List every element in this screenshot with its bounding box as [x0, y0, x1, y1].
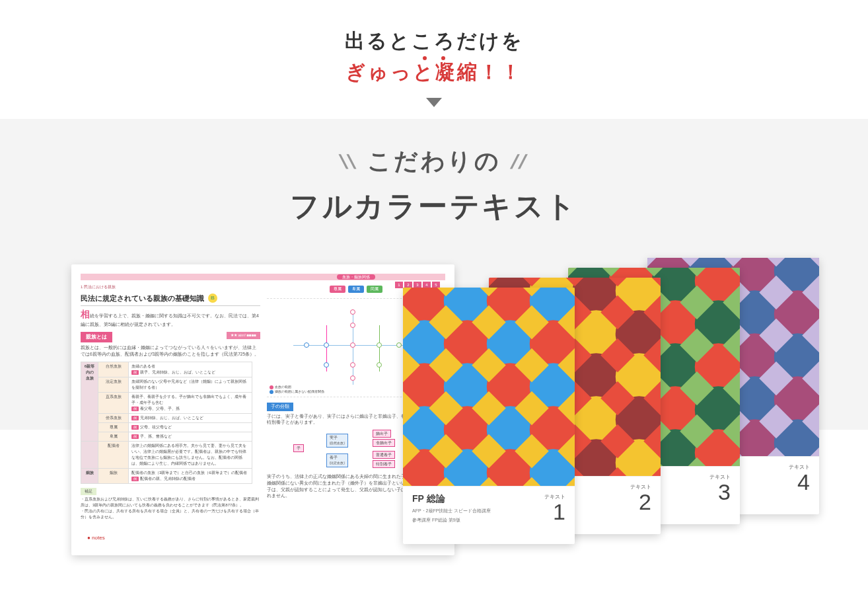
- slash-left-icon: \\: [337, 151, 360, 173]
- mini-section-label: 子の分類: [267, 403, 293, 411]
- book-cover-1: FP 総論 AFP・2級FP技能士 スピード合格講座 参考講座 FP総論 第9版…: [403, 288, 575, 544]
- headline: 出るところだけを ぎゅっと凝縮！！: [0, 0, 868, 107]
- headline-line2: ぎゅっと凝縮！！: [345, 59, 523, 86]
- book-covers: 策 テキスト4 と資金計画 試験対策 テキスト3 ガイドブック 対策: [396, 284, 859, 575]
- chevron-down-icon: [426, 98, 442, 107]
- rank-badge: B: [208, 294, 217, 303]
- pill-label: 血族・姻族関係: [337, 274, 375, 280]
- brand-mark: ● notes: [87, 534, 105, 542]
- slash-right-icon: //: [508, 151, 531, 173]
- book-title: FP 総論: [412, 493, 491, 505]
- aim-indicator: ★★ aim! ■■■■: [227, 332, 260, 339]
- subheading: \\ こだわりの // フルカラーテキスト: [0, 145, 868, 226]
- spread-heading: 民法に規定されている親族の基礎知識 B: [81, 293, 260, 306]
- kinship-table: 6親等内の血族 自然血族 血縁のある者例親子、兄弟姉妹、おじ、おば、いとこなど …: [81, 362, 252, 484]
- section-paragraph: 親族とは、一般的には血縁・婚姻によってつながっている人々をいいますが、法律上では…: [81, 344, 260, 358]
- subhead-line1: こだわりの: [367, 145, 501, 178]
- section-label: 親族とは: [81, 332, 112, 342]
- diagram-legend: 血族の範囲 姻族の範囲に属さない配偶者関係: [270, 385, 324, 394]
- headline-line1: 出るところだけを: [0, 28, 868, 55]
- note-body: ・直系血族および兄弟姉妹は、互いに扶養する義務があり、さらに特別の事情があるとき…: [81, 496, 260, 520]
- note-label: 補足: [81, 488, 96, 495]
- subhead-line2: フルカラーテキスト: [0, 187, 868, 226]
- lead-paragraph: 相続を学習する上で、親族・婚姻に関する知識は不可欠です。なお、民法では、第4編に…: [81, 307, 260, 329]
- emphasis-dots: [423, 56, 445, 60]
